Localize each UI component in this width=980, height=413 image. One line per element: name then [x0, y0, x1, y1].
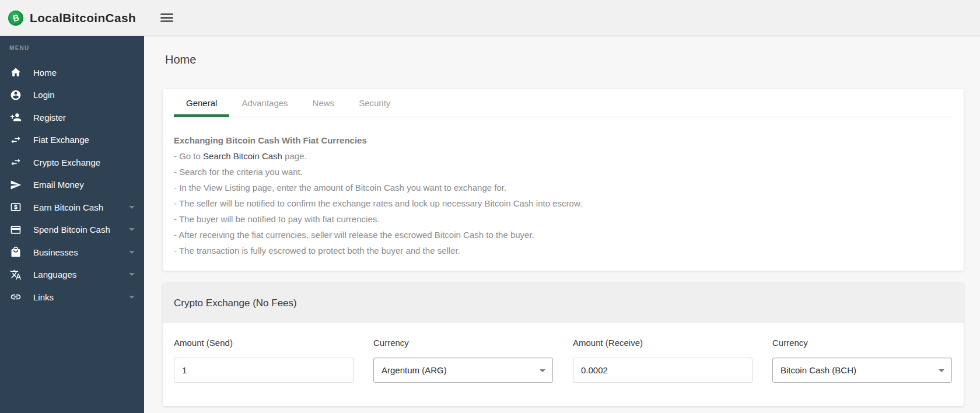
currency-receive-select[interactable]: Bitcoin Cash (BCH)	[772, 358, 952, 383]
sidebar-nav: Home Login Register Fiat Exchange Crypto…	[0, 61, 144, 309]
tab-label: Security	[359, 98, 390, 108]
sidebar-item-email-money[interactable]: Email Money	[0, 174, 144, 197]
instruction-text: - The seller will be notified to confirm…	[174, 198, 582, 208]
main-content: Home GeneralAdvantagesNewsSecurity Excha…	[144, 0, 980, 406]
shopping-bag-icon	[9, 246, 22, 258]
crypto-exchange-form: Amount (Send) Currency Argentum (ARG) Am…	[163, 323, 964, 406]
currency-send-field: Currency Argentum (ARG)	[373, 338, 553, 383]
tab-content: Exchanging Bitcoin Cash With Fiat Curren…	[174, 117, 953, 258]
instruction-line: - Search for the criteria you want.	[174, 164, 953, 180]
sidebar-item-languages[interactable]: Languages	[0, 264, 144, 286]
tab-label: General	[186, 98, 217, 108]
page-title: Home	[165, 52, 964, 66]
instruction-text: - In the View Listing page, enter the am…	[174, 183, 506, 192]
top-header: B LocalBitcoinCash	[0, 0, 980, 36]
tab-content-heading: Exchanging Bitcoin Cash With Fiat Curren…	[174, 132, 953, 148]
sidebar-item-label: Crypto Exchange	[33, 158, 100, 167]
currency-receive-field: Currency Bitcoin Cash (BCH)	[772, 338, 952, 383]
tab-advantages[interactable]: Advantages	[229, 89, 300, 117]
sidebar-item-fiat-exchange[interactable]: Fiat Exchange	[0, 129, 144, 152]
currency-send-select[interactable]: Argentum (ARG)	[373, 358, 553, 383]
sidebar-item-label: Spend Bitcoin Cash	[33, 225, 110, 235]
amount-receive-input[interactable]	[573, 358, 752, 383]
field-label: Currency	[772, 338, 952, 347]
brand-logo-icon[interactable]: B	[8, 10, 23, 26]
sidebar-item-label: Earn Bitcoin Cash	[33, 202, 103, 212]
sidebar-item-label: Register	[33, 113, 66, 123]
sidebar-item-label: Languages	[33, 270, 76, 279]
instruction-line: - The transaction is fully escrowed to p…	[174, 243, 953, 258]
instruction-line: - Go to Search Bitcoin Cash page.	[174, 148, 953, 164]
sidebar-item-label: Email Money	[33, 180, 84, 190]
instruction-line: - In the View Listing page, enter the am…	[174, 180, 953, 195]
info-card: GeneralAdvantagesNewsSecurity Exchanging…	[163, 89, 964, 271]
tab-label: Advantages	[242, 98, 288, 108]
home-icon	[9, 66, 22, 79]
field-label: Amount (Receive)	[573, 338, 752, 347]
dropdown-arrow-icon	[939, 369, 944, 372]
swap-arrows-icon	[9, 134, 22, 146]
translate-icon	[9, 268, 22, 281]
chevron-down-icon	[129, 251, 135, 254]
instruction-text: page.	[282, 151, 307, 161]
sidebar-item-spend-bitcoin-cash[interactable]: Spend Bitcoin Cash	[0, 219, 144, 242]
tab-security[interactable]: Security	[346, 89, 402, 117]
sidebar-item-login[interactable]: Login	[0, 84, 144, 107]
selected-option-label: Bitcoin Cash (BCH)	[780, 365, 856, 375]
tab-general[interactable]: General	[174, 89, 229, 117]
instruction-text: - The transaction is fully escrowed to p…	[174, 246, 460, 256]
instruction-line: - The buyer will be notified to pay with…	[174, 211, 953, 227]
tab-bar: GeneralAdvantagesNewsSecurity	[174, 89, 953, 117]
cash-note-icon	[9, 201, 22, 214]
swap-arrows-icon	[9, 156, 22, 169]
tab-content-lines: - Go to Search Bitcoin Cash page.- Searc…	[174, 148, 953, 258]
sidebar-item-label: Businesses	[33, 247, 78, 257]
amount-receive-field: Amount (Receive)	[573, 338, 752, 383]
instruction-line: - After receiving the fiat currencies, s…	[174, 227, 953, 243]
sidebar-item-label: Links	[33, 292, 54, 302]
instruction-text: - After receiving the fiat currencies, s…	[174, 230, 534, 240]
person-add-icon	[9, 111, 22, 124]
selected-option-label: Argentum (ARG)	[382, 365, 447, 375]
instruction-text: - Go to	[174, 151, 203, 161]
chevron-down-icon	[129, 206, 135, 209]
sidebar-item-home[interactable]: Home	[0, 61, 144, 84]
send-icon	[9, 178, 22, 191]
amount-send-field: Amount (Send)	[174, 338, 354, 383]
instruction-text: - The buyer will be notified to pay with…	[174, 214, 379, 224]
sidebar-item-label: Fiat Exchange	[33, 135, 89, 145]
sidebar-item-earn-bitcoin-cash[interactable]: Earn Bitcoin Cash	[0, 196, 144, 219]
chevron-down-icon	[129, 273, 135, 276]
chevron-down-icon	[129, 228, 135, 231]
dropdown-arrow-icon	[540, 369, 545, 372]
instruction-line: - The seller will be notified to confirm…	[174, 195, 953, 211]
field-label: Amount (Send)	[174, 338, 354, 347]
sidebar-item-label: Home	[33, 68, 57, 78]
crypto-exchange-title: Crypto Exchange (No Fees)	[174, 298, 297, 309]
sidebar-item-links[interactable]: Links	[0, 286, 144, 309]
link-icon	[9, 290, 22, 303]
instruction-text: - Search for the criteria you want.	[174, 167, 303, 177]
sidebar-item-businesses[interactable]: Businesses	[0, 241, 144, 264]
sidebar-item-crypto-exchange[interactable]: Crypto Exchange	[0, 151, 144, 174]
crypto-exchange-header: Crypto Exchange (No Fees)	[163, 283, 964, 323]
sidebar: MENU Home Login Register Fiat Exchange C…	[0, 36, 144, 413]
crypto-exchange-card: Crypto Exchange (No Fees) Amount (Send) …	[163, 283, 964, 406]
brand-title[interactable]: LocalBitcoinCash	[30, 11, 136, 25]
sidebar-item-register[interactable]: Register	[0, 106, 144, 129]
sidebar-item-label: Login	[33, 90, 55, 100]
tab-news[interactable]: News	[300, 89, 347, 117]
search-bitcoin-cash-link[interactable]: Search Bitcoin Cash	[203, 151, 282, 161]
field-label: Currency	[373, 338, 553, 347]
credit-card-icon	[9, 223, 22, 236]
tab-label: News	[313, 98, 335, 108]
account-circle-icon	[9, 89, 22, 102]
chevron-down-icon	[129, 296, 135, 299]
hamburger-menu-icon[interactable]	[160, 12, 173, 24]
amount-send-input[interactable]	[174, 358, 354, 383]
sidebar-section-label: MENU	[0, 36, 144, 61]
